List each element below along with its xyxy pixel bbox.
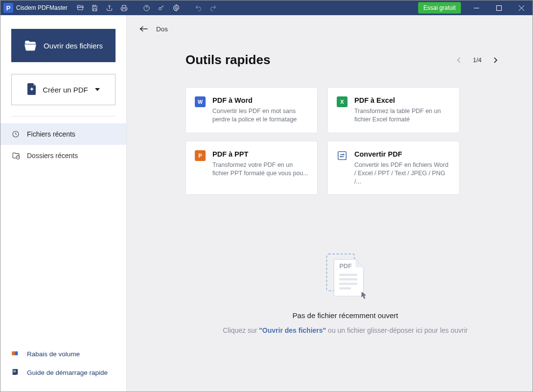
file-plus-icon [27,83,37,96]
card-title: Convertir PDF [354,150,450,158]
empty-state[interactable]: PDF Pas de fichier récemment ouvert Cliq… [185,249,505,334]
svg-rect-20 [339,287,351,290]
svg-rect-17 [339,274,357,277]
svg-point-2 [159,7,162,10]
app-window: P Cisdem PDFMaster [0,0,533,392]
volume-discount-link[interactable]: Rabais de volume [0,345,126,363]
word-icon: W [195,96,206,107]
key-icon[interactable] [155,0,168,15]
card-pdf-to-ppt[interactable]: P PDF à PPT Transformez votre PDF en un … [185,141,318,195]
settings-icon[interactable] [169,0,183,15]
chevron-down-icon [95,88,100,91]
card-title: PDF à PPT [212,150,308,158]
convert-icon [337,150,348,161]
create-pdf-button[interactable]: Créer un PDF [11,74,116,105]
tool-cards: W PDF à Word Convertir les PDF en mot sa… [185,87,460,195]
svg-rect-6 [31,88,32,91]
clock-icon [11,130,20,138]
app-logo-icon: P [3,3,13,13]
main: Dos Outils rapides 1/4 [127,15,533,392]
empty-subtitle: Cliquez sur "Ouvrir des fichiers" ou un … [223,326,467,334]
card-pdf-to-excel[interactable]: X PDF à Excel Transformez la table PDF e… [327,87,460,133]
svg-rect-12 [13,370,16,371]
card-desc: Convertir les PDF en mot sans perdre la … [212,107,308,124]
svg-rect-10 [15,351,18,355]
svg-rect-0 [122,8,126,10]
excel-icon: X [337,96,348,107]
svg-rect-14 [338,152,347,160]
titlebar-toolbar [73,0,220,15]
pager-next[interactable] [490,55,500,65]
svg-rect-13 [13,371,16,372]
svg-rect-19 [339,283,357,285]
folder-clock-icon [11,151,20,160]
share-icon[interactable] [103,0,116,15]
svg-point-3 [175,7,177,9]
nav-recent-folders[interactable]: Dossiers récents [0,145,126,166]
svg-rect-4 [496,5,501,10]
svg-rect-9 [12,351,15,355]
card-desc: Transformez votre PDF en un fichier PPT … [212,161,308,178]
card-pdf-to-word[interactable]: W PDF à Word Convertir les PDF en mot sa… [185,87,318,133]
empty-file-icon: PDF [319,249,372,302]
empty-title: Pas de fichier récemment ouvert [293,311,398,320]
redo-icon[interactable] [207,0,220,15]
save-icon[interactable] [88,0,102,15]
quick-start-label: Guide de démarrage rapide [27,369,108,376]
folder-open-icon [24,40,37,51]
back-button[interactable] [139,23,149,34]
print-icon[interactable] [117,0,131,15]
open-files-button[interactable]: Ouvrir des fichiers [11,29,116,62]
tag-icon [11,349,20,358]
nav-recent-files[interactable]: Fichiers récents [0,123,126,145]
create-pdf-label: Créer un PDF [43,86,88,94]
card-title: PDF à Excel [354,96,450,104]
close-button[interactable] [510,0,533,15]
ppt-icon: P [195,150,206,161]
pager-prev[interactable] [454,55,464,65]
quick-start-link[interactable]: Guide de démarrage rapide [0,363,126,382]
titlebar: P Cisdem PDFMaster [0,0,533,15]
trial-button[interactable]: Essai gratuit [418,2,461,14]
undo-icon[interactable] [192,0,206,15]
svg-text:PDF: PDF [339,263,352,270]
nav-recent-folders-label: Dossiers récents [27,152,78,160]
maximize-button[interactable] [487,0,510,15]
card-title: PDF à Word [212,96,308,104]
quick-tools-section: Outils rapides 1/4 W [127,43,533,334]
svg-rect-18 [339,278,357,281]
pager-label: 1/4 [473,56,482,64]
sidebar-divider [11,116,116,116]
card-convert-pdf[interactable]: Convertir PDF Convertir les PDF en fichi… [327,141,460,195]
open-files-inline-link[interactable]: "Ouvrir des fichiers" [259,326,326,334]
pager: 1/4 [454,55,500,65]
section-title: Outils rapides [185,52,270,68]
sidebar-bottom: Rabais de volume Guide de démarrage rapi… [0,345,126,392]
breadcrumb: Dos [127,15,533,43]
volume-discount-label: Rabais de volume [27,350,80,358]
sidebar-nav: Fichiers récents Dossiers récents [0,123,126,166]
open-files-label: Ouvrir des fichiers [44,42,103,50]
breadcrumb-label: Dos [156,25,168,33]
help-icon[interactable] [140,0,154,15]
body: Ouvrir des fichiers Créer un PDF Fichier… [0,15,533,392]
svg-rect-11 [13,369,17,375]
book-icon [11,368,20,377]
sidebar: Ouvrir des fichiers Créer un PDF Fichier… [0,15,127,392]
open-folder-icon[interactable] [73,0,87,15]
nav-recent-files-label: Fichiers récents [27,130,75,138]
card-desc: Convertir les PDF en fichiers Word / Exc… [354,161,450,186]
app-title: Cisdem PDFMaster [16,4,71,11]
card-desc: Transformez la table PDF en un fichier E… [354,107,450,124]
minimize-button[interactable] [465,0,487,15]
